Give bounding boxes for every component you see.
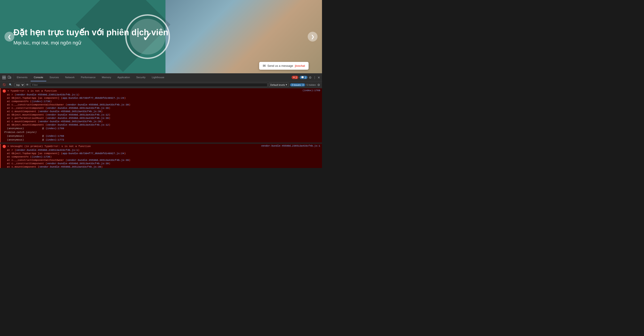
clear-console-icon[interactable]: 🚫 <box>2 83 7 87</box>
error-line-1: 🔴 ▾ TypeError: s is not a function (inde… <box>2 89 320 93</box>
error-badge: ✕ 2 <box>292 76 298 79</box>
filter-input[interactable] <box>30 83 268 87</box>
stack-link-1-10[interactable]: vendor-bundle-45590d…36513a433cf4b.js:12 <box>47 123 109 126</box>
stack-link-2-1[interactable]: vendor-bundle-45590d…236513a433cf4b.js:1 <box>16 149 78 151</box>
error-location-1[interactable]: (index):1769 <box>302 89 320 92</box>
tab-network[interactable]: Network <box>62 73 78 81</box>
stack-line-2-4: at c.__constructComponentWithoutOwner (v… <box>2 158 320 162</box>
svg-rect-5 <box>10 77 11 78</box>
stack-line-2-1: at r (vendor-bundle-45590d…236513a433cf4… <box>2 148 320 152</box>
error-line-2: 🔴 ▾ Uncaught (in promise) TypeError: s i… <box>2 145 320 148</box>
next-arrow-button[interactable]: ❯ <box>308 32 318 41</box>
devtools-panel: Elements Console Sources Network Perform… <box>0 73 322 168</box>
anon-label-3: (anonymous) <box>7 138 40 141</box>
inspect-element-icon[interactable] <box>2 75 6 80</box>
more-options-icon[interactable]: ⋮ <box>313 76 316 79</box>
devtools-tabs: Elements Console Sources Network Perform… <box>14 73 290 81</box>
prev-arrow-button[interactable]: ❮ <box>4 32 14 41</box>
stack-line-2-5: at c._constructComponent (vendor-bundle-… <box>2 162 320 165</box>
stack-line-1-5: at c._constructComponent (vendor-bundle-… <box>2 106 320 110</box>
anon-link-1[interactable]: (index):1769 <box>46 127 64 130</box>
device-toolbar-icon[interactable] <box>7 75 12 80</box>
tab-performance[interactable]: Performance <box>78 73 99 81</box>
anon-at-1: @ <box>42 127 44 130</box>
checkmark-icon: ✓ <box>142 29 153 44</box>
anon-link-2[interactable]: (index):1768 <box>46 134 64 137</box>
error-block-1: 🔴 ▾ TypeError: s is not a function (inde… <box>0 88 322 143</box>
stack-line-2-6: at c.mountComponent (vendor-bundle-45590… <box>2 165 320 168</box>
eye-icon[interactable]: 👁 <box>26 83 29 86</box>
error-count: 2 <box>296 76 297 79</box>
context-selector[interactable]: top <box>14 83 24 87</box>
chevron-down-icon: ▾ <box>286 83 287 86</box>
stack-link-2-3[interactable]: (index):1736 <box>32 155 50 158</box>
stack-link-1-2[interactable]: app-bundle-8b7304f77_9b6d9fd148927.js:24 <box>62 96 124 99</box>
stack-line-1-4: at c.__constructComponentWithoutOwner (v… <box>2 103 320 106</box>
warning-count: 3 <box>305 76 306 79</box>
hidden-count[interactable]: 5 hidden <box>306 83 316 86</box>
stack-link-1-7[interactable]: vendor-bundle-45590d…36513a433cf4b.js:12 <box>47 113 109 116</box>
anon-line-1: (anonymous) @ (index):1769 <box>2 126 320 130</box>
console-toolbar: 🚫 🔍 top 👁 Default levels ▾ 3 Issues: 3 5… <box>0 81 322 88</box>
console-output[interactable]: 🔴 ▾ TypeError: s is not a function (inde… <box>0 88 322 168</box>
envelope-icon: ✉ <box>263 64 266 68</box>
svg-rect-0 <box>2 76 4 77</box>
console-settings-icon[interactable]: ⚙ <box>317 83 320 87</box>
anon-at-2: @ <box>42 134 44 137</box>
stack-link-2-5[interactable]: vendor-bundle-45590d…36513a433cf4b.js:39 <box>47 162 109 165</box>
anon-link-3[interactable]: (index):1772 <box>46 138 64 141</box>
svg-rect-1 <box>4 76 6 77</box>
tab-memory[interactable]: Memory <box>98 73 114 81</box>
anon-at-3: @ <box>42 138 44 141</box>
jivochat-widget[interactable]: ✉ Send us a message jivochat <box>259 62 308 70</box>
tab-console[interactable]: Console <box>31 73 46 81</box>
stack-link-1-4[interactable]: vendor-bundle-45590d…36513a433cf4b.js:39 <box>67 103 129 106</box>
stack-line-1-7: at Object.mountComponent (vendor-bundle-… <box>2 113 320 116</box>
anon-label-2: (anonymous) <box>7 134 40 137</box>
stack-link-1-1[interactable]: vendor-bundle-45590d…236513a433cf4b.js:1 <box>16 93 78 96</box>
anon-label-1: (anonymous) <box>7 127 40 130</box>
toolbar-right: ✕ 2 💬 3 ⚙ ⋮ ✕ <box>290 73 322 81</box>
stack-link-1-8[interactable]: vendor-bundle-45590d…36513a433cf4b.js:39 <box>47 117 109 119</box>
stack-link-2-6[interactable]: vendor-bundle-45590d…36513a433cf4b.js:39 <box>39 165 101 168</box>
stack-link-1-3[interactable]: (index):1736 <box>32 100 50 103</box>
tab-lighthouse[interactable]: Lighthouse <box>149 73 168 81</box>
error-location-2[interactable]: vendor-bundle-45590d…236513a433cf4b.js:1 <box>261 145 320 147</box>
error-indicator-2: 🔴 <box>2 145 6 148</box>
jivochat-label: jivochat <box>295 64 305 67</box>
stack-line-2-2: at Object.TopbarApp [as component] (app-… <box>2 152 320 155</box>
tab-elements[interactable]: Elements <box>14 73 31 81</box>
error-message-1: ▾ TypeError: s is not a function <box>8 89 57 92</box>
filter-icon[interactable]: 🔍 <box>8 83 13 87</box>
stack-link-1-6[interactable]: vendor-bundle-45590d…36513a433cf4b.js:39 <box>39 110 101 113</box>
stack-link-2-2[interactable]: app-bundle-8b7304f77_9b6d9fd148927.js:24 <box>62 152 124 155</box>
stack-line-1-6: at c.mountComponent (vendor-bundle-45590… <box>2 110 320 113</box>
anon-line-3: (anonymous) @ (index):1772 <box>2 138 320 142</box>
issues-badge[interactable]: 3 Issues: 3 <box>290 83 305 86</box>
stack-line-1-9: at c.mountComponent (vendor-bundle-45590… <box>2 120 320 123</box>
devtools-toolbar: Elements Console Sources Network Perform… <box>0 73 322 81</box>
stack-link-1-9[interactable]: vendor-bundle-45590d…36513a433cf4b.js:39 <box>39 120 101 123</box>
tab-security[interactable]: Security <box>133 73 149 81</box>
promise-text-1: Promise.catch (async) <box>4 131 37 134</box>
svg-rect-3 <box>4 78 6 79</box>
banner-circle: ✓ <box>125 14 170 59</box>
settings-icon[interactable]: ⚙ <box>309 76 312 79</box>
tab-sources[interactable]: Sources <box>46 73 62 81</box>
stack-link-1-5[interactable]: vendor-bundle-45590d…36513a433cf4b.js:39 <box>47 107 109 109</box>
tab-application[interactable]: Application <box>114 73 133 81</box>
anon-line-2: (anonymous) @ (index):1768 <box>2 134 320 138</box>
separator-1 <box>0 143 322 143</box>
error-indicator-1: 🔴 <box>2 89 6 93</box>
stack-link-2-4[interactable]: vendor-bundle-45590d…36513a433cf4b.js:39 <box>67 159 129 162</box>
error-message-2: ▾ Uncaught (in promise) TypeError: s is … <box>8 145 91 148</box>
warning-badge: 💬 3 <box>300 76 308 79</box>
stack-line-1-10: at Object.mountComponent (vendor-bundle-… <box>2 123 320 126</box>
promise-line-1: Promise.catch (async) <box>2 130 320 134</box>
svg-rect-4 <box>8 76 10 78</box>
stack-line-2-3: at componentFn ((index):1736) <box>2 155 320 158</box>
close-devtools-icon[interactable]: ✕ <box>318 76 320 79</box>
default-levels-selector[interactable]: Default levels ▾ <box>269 83 289 87</box>
stack-line-1-3: at componentFn ((index):1736) <box>2 100 320 103</box>
error-icon: ✕ <box>293 76 295 79</box>
